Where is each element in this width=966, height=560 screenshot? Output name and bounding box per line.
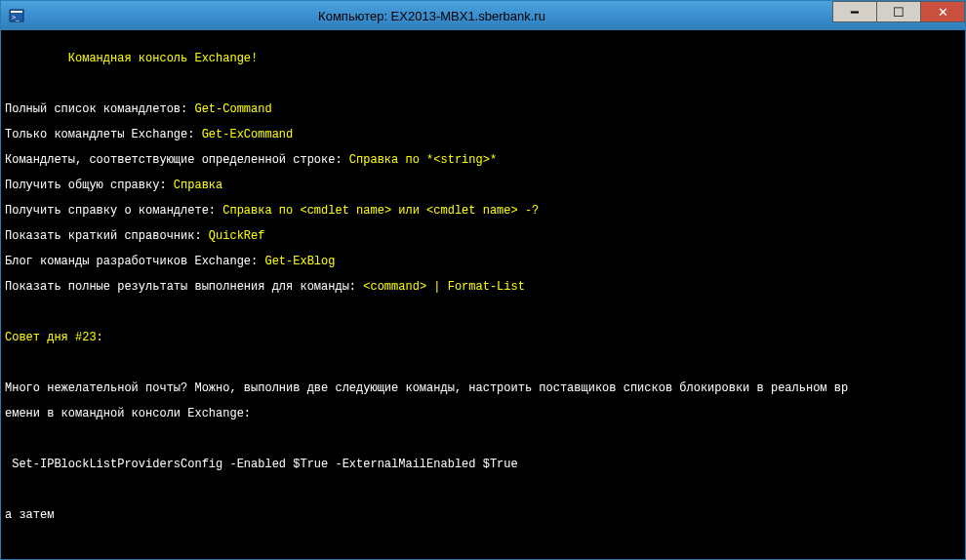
tip-body: емени в командной консоли Exchange: xyxy=(5,408,961,420)
help-line: Командлеты, соответствующие определенной… xyxy=(5,154,961,167)
help-line: Получить общую справку: Справка xyxy=(5,180,961,192)
svg-text:>_: >_ xyxy=(12,14,20,21)
help-line: Получить справку о командлете: Справка п… xyxy=(5,205,961,218)
console-window: >_ Компьютер: EX2013-MBX1.sberbank.ru ━ … xyxy=(0,0,966,560)
svg-rect-1 xyxy=(11,11,22,13)
tip-then: а затем xyxy=(5,509,961,522)
minimize-button[interactable]: ━ xyxy=(832,1,877,22)
console-header: Командная консоль Exchange! xyxy=(5,53,961,65)
console-output[interactable]: Командная консоль Exchange! Полный списо… xyxy=(1,30,965,559)
maximize-button[interactable]: ☐ xyxy=(876,1,921,22)
window-title: Компьютер: EX2013-MBX1.sberbank.ru xyxy=(30,9,833,23)
close-button[interactable]: ✕ xyxy=(920,1,965,22)
window-controls: ━ ☐ ✕ xyxy=(833,1,965,22)
titlebar[interactable]: >_ Компьютер: EX2013-MBX1.sberbank.ru ━ … xyxy=(1,1,965,30)
help-line: Показать краткий справочник: QuickRef xyxy=(5,230,961,243)
help-line: Блог команды разработчиков Exchange: Get… xyxy=(5,256,961,268)
help-line: Показать полные результаты выполнения дл… xyxy=(5,281,961,294)
help-line: Полный список командлетов: Get-Command xyxy=(5,103,961,116)
tip-body: Много нежелательной почты? Можно, выполн… xyxy=(5,382,961,395)
help-line: Только командлеты Exchange: Get-ExComman… xyxy=(5,129,961,141)
app-icon: >_ xyxy=(9,8,24,23)
tip-header: Совет дня #23: xyxy=(5,332,961,344)
tip-command: Set-IPBlockListProvidersConfig -Enabled … xyxy=(5,459,961,471)
